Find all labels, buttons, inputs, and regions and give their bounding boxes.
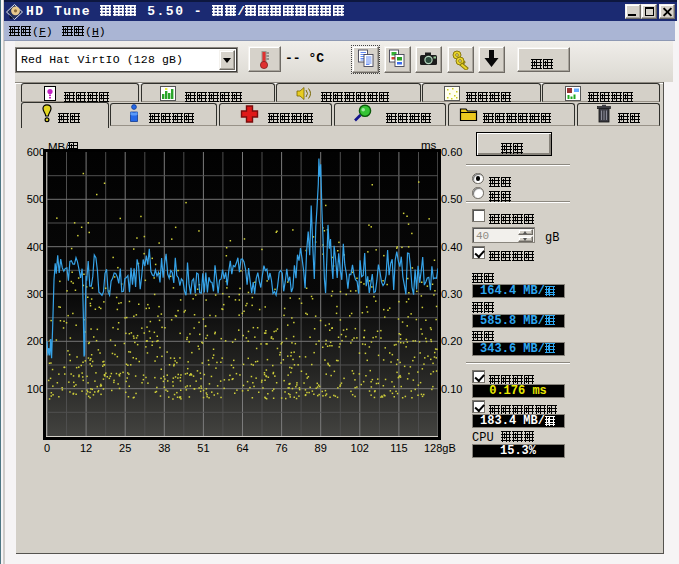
svg-text:38: 38 <box>158 442 170 454</box>
svg-text:51: 51 <box>197 442 209 454</box>
svg-text:89: 89 <box>315 442 327 454</box>
svg-text:500: 500 <box>27 193 45 205</box>
svg-text:600: 600 <box>27 146 45 158</box>
svg-text:0.20: 0.20 <box>441 335 462 347</box>
svg-text:115: 115 <box>390 442 408 454</box>
svg-text:0.10: 0.10 <box>441 383 462 395</box>
svg-text:25: 25 <box>119 442 131 454</box>
svg-text:0.30: 0.30 <box>441 288 462 300</box>
svg-text:0.60: 0.60 <box>441 146 462 158</box>
svg-text:128gB: 128gB <box>424 442 456 454</box>
svg-text:102: 102 <box>351 442 369 454</box>
svg-text:0: 0 <box>44 442 50 454</box>
svg-text:300: 300 <box>27 288 45 300</box>
svg-text:400: 400 <box>27 241 45 253</box>
svg-text:76: 76 <box>275 442 287 454</box>
svg-text:0.40: 0.40 <box>441 241 462 253</box>
svg-text:64: 64 <box>236 442 248 454</box>
svg-text:0.50: 0.50 <box>441 193 462 205</box>
svg-text:100: 100 <box>27 383 45 395</box>
svg-text:200: 200 <box>27 335 45 347</box>
svg-text:12: 12 <box>80 442 92 454</box>
